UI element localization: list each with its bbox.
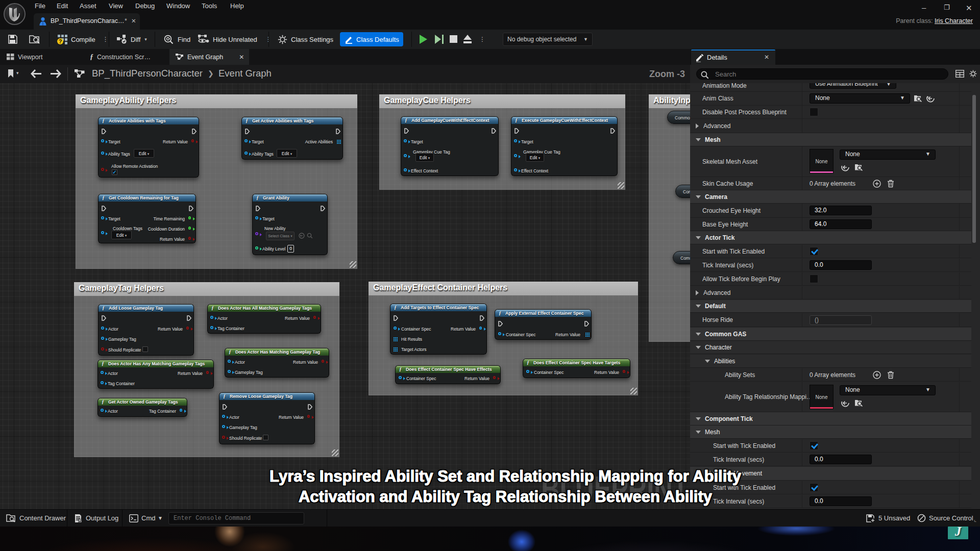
svg-text:?: ? [59,38,62,44]
